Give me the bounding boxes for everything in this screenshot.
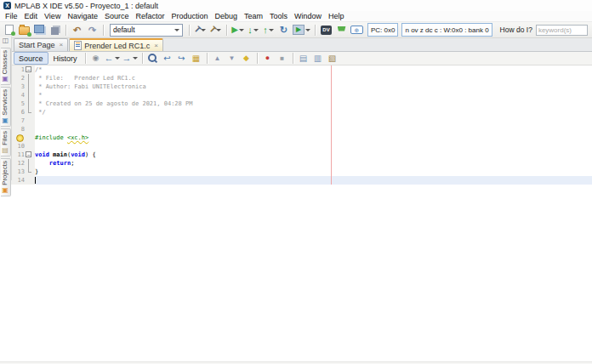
gutter-row[interactable]: 12 [11,159,35,168]
code-line[interactable] [35,142,592,151]
dropdown-arrow-icon[interactable] [269,29,274,31]
code-line[interactable]: * [35,91,592,100]
code-line[interactable]: * Created on 25 de agosto de 2021, 04:28… [35,100,592,108]
comment-button[interactable]: ▤ [297,53,310,65]
stop-macro-recording-button[interactable]: ■ [276,53,289,65]
gutter-row[interactable]: 14 [11,176,35,185]
menu-help[interactable]: Help [325,12,348,20]
code-line[interactable]: /* [35,65,592,74]
keyword-search-input[interactable] [536,25,588,36]
source-view-toggle[interactable]: Source [14,52,48,65]
sidebar-item-files[interactable]: Files▤ [1,128,11,156]
line-number-gutter[interactable]: 123456781011121314 [11,65,35,185]
new-project-button[interactable] [17,23,31,37]
gutter-row[interactable]: 2 [11,74,35,82]
data-visualizer-button[interactable]: DV [319,23,333,37]
sidebar-item-classes[interactable]: Classes▣ [1,48,11,85]
find-selection-button[interactable] [146,53,160,65]
find-next-occurrence-button[interactable]: ↪ [175,53,189,65]
line-number: 2 [11,74,25,82]
uncomment-button[interactable]: ▥ [311,53,325,65]
menu-team[interactable]: Team [241,12,266,20]
last-edit-button[interactable]: ◉ [89,53,103,65]
hold-in-reset-button[interactable]: ↻ [276,23,291,37]
code-editor[interactable]: /* * File: Prender Led RC1.c * Author: F… [35,65,592,185]
sidebar-item-services[interactable]: Services▣ [1,87,11,127]
run-project-button[interactable]: ▶ [231,23,245,37]
new-file-button[interactable] [2,23,16,37]
menu-source[interactable]: Source [101,12,133,20]
gutter-row[interactable]: 3 [11,82,35,91]
code-fold-start[interactable] [25,65,34,74]
gutter-row[interactable]: 8 [11,125,35,134]
gutter-row[interactable] [11,134,35,142]
menu-edit[interactable]: Edit [21,12,42,20]
previous-bookmark-button[interactable]: ▲ [211,53,225,65]
save-all-button[interactable] [48,23,62,37]
gutter-row[interactable]: 7 [11,117,35,125]
dropdown-arrow-icon[interactable] [133,57,138,60]
chevron-down-icon[interactable] [174,29,179,31]
gutter-row[interactable]: 4 [11,91,35,100]
line-number: 12 [11,159,25,168]
code-line[interactable] [35,117,592,125]
menu-window[interactable]: Window [291,12,325,20]
gutter-row[interactable]: 6 [11,108,35,117]
go-to-header-button[interactable]: ▧ [326,53,339,65]
menu-file[interactable]: File [2,12,21,20]
next-bookmark-button[interactable]: ▼ [225,53,239,65]
configuration-select[interactable]: default [110,24,183,37]
code-token: * Author: Fabi UNITElectronica [35,83,146,90]
redo-button[interactable]: ↷ [85,23,100,37]
code-line[interactable]: } [35,168,592,176]
restore-group-icon[interactable]: ◫ [3,37,9,44]
menu-debug[interactable]: Debug [212,12,242,20]
menu-navigate[interactable]: Navigate [64,12,101,20]
toolbar-separator [103,25,104,36]
undo-button[interactable]: ↶ [70,23,84,37]
dropdown-arrow-icon[interactable] [239,29,244,31]
dropdown-arrow-icon[interactable] [305,29,310,31]
gutter-row[interactable]: 11 [11,151,35,159]
gutter-row[interactable]: 10 [11,142,35,151]
code-line[interactable]: #include <xc.h> [35,134,592,142]
read-device-memory-button[interactable]: ↑ [261,23,276,37]
toggle-bookmark-button[interactable]: ◆ [240,53,253,65]
make-and-program-device-button[interactable]: ↓ [246,23,260,37]
debug-project-button[interactable]: ▶ [292,23,311,37]
mplab-store-button[interactable] [334,23,349,37]
forward-button[interactable]: → [122,53,139,65]
clean-and-build-button[interactable]: T [208,23,223,37]
menu-tools[interactable]: Tools [266,12,291,20]
open-project-button[interactable] [32,23,47,37]
code-fold-start[interactable] [25,151,34,159]
code-line[interactable]: return; [35,159,592,168]
build-project-button[interactable]: T [193,23,208,37]
dropdown-arrow-icon[interactable] [253,29,259,31]
code-line[interactable]: */ [35,108,592,117]
sidebar-item-projects[interactable]: Projects▣ [1,158,11,196]
start-macro-recording-button[interactable]: ● [261,53,275,65]
gutter-row[interactable]: 13 [11,168,35,176]
dropdown-arrow-icon[interactable] [115,57,120,60]
code-line[interactable]: * File: Prender Led RC1.c [35,74,592,82]
find-previous-occurrence-button[interactable]: ↩ [161,53,174,65]
power-target-button[interactable]: ⊕ [350,23,364,37]
warning-lightbulb-icon[interactable] [16,134,24,142]
code-line[interactable]: void main(void) { [35,151,592,159]
code-line[interactable] [35,176,592,185]
close-tab-icon[interactable]: × [60,42,64,48]
gutter-row[interactable]: 1 [11,65,35,74]
code-line[interactable] [35,125,592,134]
menu-refactor[interactable]: Refactor [132,12,168,20]
back-button[interactable]: ← [104,53,121,65]
menu-view[interactable]: View [41,12,64,20]
code-line[interactable]: * Author: Fabi UNITElectronica [35,82,592,91]
gutter-row[interactable]: 5 [11,100,35,108]
close-tab-icon[interactable]: × [154,43,158,49]
toggle-highlight-search-button[interactable]: ▦ [190,53,203,65]
tab-prender-led-rc1-c[interactable]: Prender Led RC1.c× [69,38,163,51]
tab-start-page[interactable]: Start Page× [14,38,68,51]
history-view-toggle[interactable]: History [49,53,82,64]
menu-production[interactable]: Production [168,12,211,20]
